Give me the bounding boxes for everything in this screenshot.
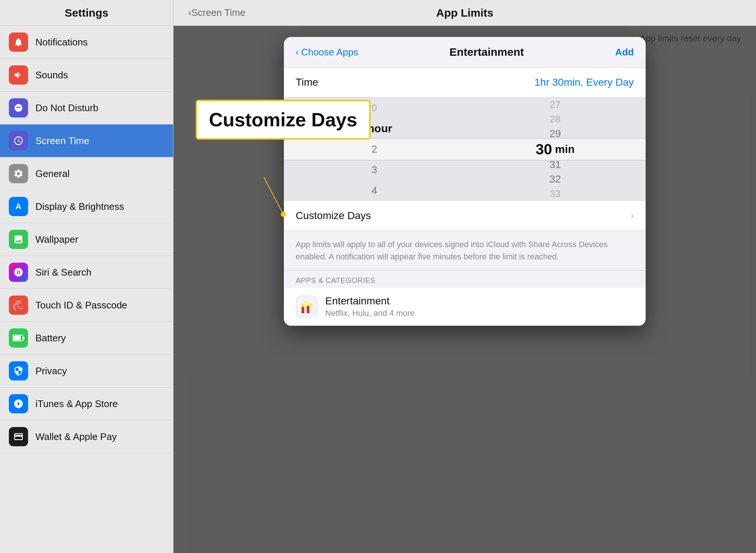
modal-back-label: Choose Apps bbox=[301, 47, 358, 58]
siri-search-icon bbox=[9, 263, 28, 282]
app-title: Entertainment bbox=[325, 295, 415, 307]
time-label: Time bbox=[296, 76, 318, 88]
time-value: 1hr 30min, Every Day bbox=[535, 76, 634, 88]
svg-rect-4 bbox=[302, 306, 304, 313]
sidebar-label-touch-id-passcode: Touch ID & Passcode bbox=[35, 300, 127, 311]
screen-time-icon bbox=[9, 131, 28, 150]
privacy-icon bbox=[9, 361, 28, 380]
picker-hour-4: 4 bbox=[284, 180, 465, 201]
info-text: App limits will apply to all of your dev… bbox=[284, 231, 646, 270]
sidebar-item-wallet-apple-pay[interactable]: Wallet & Apple Pay bbox=[0, 420, 173, 453]
sidebar-item-wallpaper[interactable]: Wallpaper bbox=[0, 223, 173, 256]
sidebar-item-itunes-app-store[interactable]: iTunes & App Store bbox=[0, 388, 173, 420]
picker-min-value: 30 bbox=[536, 141, 552, 158]
sidebar-item-do-not-disturb[interactable]: Do Not Disturb bbox=[0, 92, 173, 124]
svg-rect-5 bbox=[307, 306, 309, 313]
svg-rect-2 bbox=[13, 336, 21, 340]
modal: ‹ Choose Apps Entertainment Add Time 1hr… bbox=[284, 37, 646, 326]
sidebar-item-notifications[interactable]: Notifications bbox=[0, 26, 173, 59]
customize-days-row[interactable]: Customize Days › bbox=[284, 201, 646, 231]
page-title: App Limits bbox=[436, 7, 494, 19]
chevron-right-icon: › bbox=[631, 211, 634, 221]
picker-min-label: min bbox=[555, 143, 575, 156]
notifications-icon bbox=[9, 33, 28, 52]
sidebar-item-touch-id-passcode[interactable]: Touch ID & Passcode bbox=[0, 289, 173, 322]
display-brightness-icon: A bbox=[9, 197, 28, 216]
back-chevron-icon: ‹ bbox=[188, 7, 192, 18]
picker-min-31: 31 bbox=[465, 158, 646, 172]
svg-point-10 bbox=[307, 302, 310, 305]
info-text-content: App limits will apply to all of your dev… bbox=[296, 240, 608, 261]
sidebar-label-battery: Battery bbox=[35, 332, 66, 344]
sounds-icon bbox=[9, 65, 28, 85]
app-row-entertainment[interactable]: Entertainment Netflix, Hulu, and 4 more bbox=[284, 288, 646, 326]
svg-rect-1 bbox=[23, 337, 24, 339]
wallet-icon bbox=[9, 427, 28, 446]
picker-min-selected: 30 min bbox=[465, 141, 646, 158]
sidebar-item-general[interactable]: General bbox=[0, 157, 173, 190]
sidebar-label-display-brightness: Display & Brightness bbox=[35, 201, 124, 212]
sidebar-item-screen-time[interactable]: Screen Time bbox=[0, 124, 173, 157]
sidebar-item-siri-search[interactable]: Siri & Search bbox=[0, 256, 173, 289]
modal-title: Entertainment bbox=[450, 46, 524, 58]
sidebar-label-siri-search: Siri & Search bbox=[35, 267, 92, 278]
touch-id-icon bbox=[9, 296, 28, 315]
main-layout: Notifications Sounds Do Not Disturb Scre… bbox=[0, 26, 756, 553]
screen-time-back[interactable]: ‹ Screen Time bbox=[188, 7, 245, 18]
sidebar-label-wallpaper: Wallpaper bbox=[35, 234, 78, 245]
svg-point-12 bbox=[281, 212, 286, 217]
modal-back-button[interactable]: ‹ Choose Apps bbox=[296, 47, 358, 58]
settings-title: Settings bbox=[65, 7, 108, 19]
sidebar-label-privacy: Privacy bbox=[35, 365, 67, 377]
annotation-arrow bbox=[203, 166, 277, 240]
back-label: Screen Time bbox=[192, 7, 245, 18]
picker-hour-3: 3 bbox=[284, 160, 465, 180]
modal-back-chevron-icon: ‹ bbox=[296, 47, 299, 58]
sidebar-label-notifications: Notifications bbox=[35, 37, 88, 48]
entertainment-icon bbox=[296, 296, 318, 318]
sidebar-header: Settings bbox=[0, 0, 173, 25]
picker-min-28: 28 bbox=[465, 112, 646, 126]
sidebar: Notifications Sounds Do Not Disturb Scre… bbox=[0, 26, 173, 553]
svg-point-9 bbox=[303, 302, 307, 305]
annotation-text: Customize Days bbox=[209, 109, 357, 130]
sidebar-label-general: General bbox=[35, 168, 70, 180]
sidebar-label-itunes: iTunes & App Store bbox=[35, 398, 118, 410]
picker-min-29: 29 bbox=[465, 126, 646, 141]
customize-days-label: Customize Days bbox=[296, 210, 371, 222]
time-row[interactable]: Time 1hr 30min, Every Day bbox=[284, 68, 646, 98]
top-bar: Settings ‹ Screen Time App Limits bbox=[0, 0, 756, 26]
apps-section-label: APPS & CATEGORIES bbox=[296, 276, 375, 284]
sidebar-label-do-not-disturb: Do Not Disturb bbox=[35, 102, 99, 114]
sidebar-item-display-brightness[interactable]: A Display & Brightness bbox=[0, 190, 173, 223]
picker-minutes-column[interactable]: 27 28 29 30 min 31 32 33 bbox=[465, 98, 646, 201]
sidebar-item-privacy[interactable]: Privacy bbox=[0, 355, 173, 388]
battery-icon bbox=[9, 328, 28, 348]
do-not-disturb-icon bbox=[9, 98, 28, 117]
sidebar-label-wallet: Wallet & Apple Pay bbox=[35, 431, 117, 443]
app-subtitle: Netflix, Hulu, and 4 more bbox=[325, 308, 415, 318]
wallpaper-icon bbox=[9, 230, 28, 249]
right-content: App limits reset every day ‹ Choose Apps… bbox=[173, 26, 756, 553]
sidebar-item-sounds[interactable]: Sounds bbox=[0, 59, 173, 92]
app-info: Entertainment Netflix, Hulu, and 4 more bbox=[325, 295, 415, 318]
modal-header: ‹ Choose Apps Entertainment Add bbox=[284, 37, 646, 68]
picker-hour-2: 2 bbox=[284, 139, 465, 160]
picker-min-32: 32 bbox=[465, 172, 646, 187]
itunes-icon bbox=[9, 394, 28, 413]
general-icon bbox=[9, 164, 28, 183]
annotation-box: Customize Days bbox=[196, 100, 371, 140]
apps-section-header: APPS & CATEGORIES bbox=[284, 270, 646, 288]
picker-hour-label: hour bbox=[368, 122, 392, 135]
sidebar-item-battery[interactable]: Battery bbox=[0, 322, 173, 355]
sidebar-label-screen-time: Screen Time bbox=[35, 135, 89, 147]
picker-min-33: 33 bbox=[465, 187, 646, 201]
picker-min-27: 27 bbox=[465, 98, 646, 112]
modal-add-button[interactable]: Add bbox=[615, 47, 634, 58]
top-bar-center: ‹ Screen Time App Limits bbox=[173, 7, 756, 19]
sidebar-label-sounds: Sounds bbox=[35, 69, 68, 81]
